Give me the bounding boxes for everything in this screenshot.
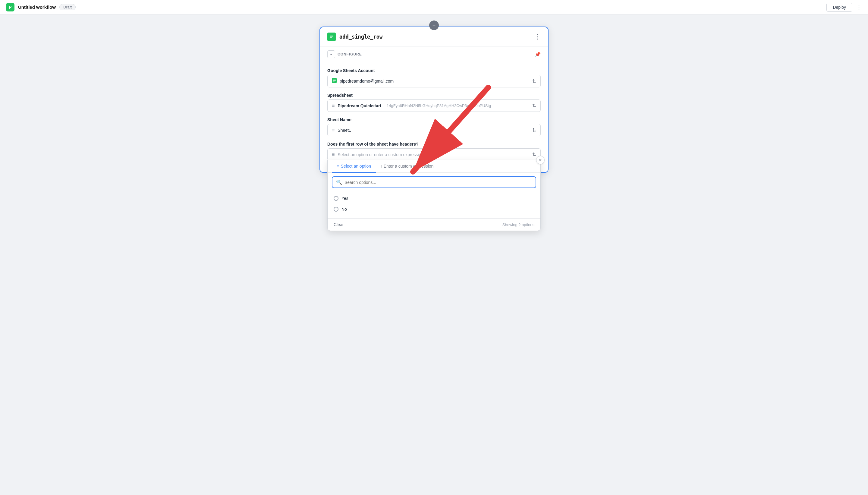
search-box: 🔍 [332, 176, 536, 188]
option-yes-radio [334, 196, 338, 201]
google-sheets-account-value: pipedreamdemo@gmail.com [340, 79, 394, 84]
tab-custom-expression[interactable]: I Enter a custom expression [376, 160, 438, 173]
dropdown-tabs: ≡ Select an option I Enter a custom expr… [328, 160, 540, 173]
logo-icon: P [6, 3, 15, 12]
search-icon: 🔍 [336, 180, 342, 185]
configure-label: CONFIGURE [337, 52, 362, 56]
spreadsheet-label: Spreadsheet [327, 93, 541, 98]
tab-select-label: Select an option [341, 164, 371, 169]
close-dropdown-button[interactable]: ✕ [536, 156, 544, 164]
account-select-arrow: ⇅ [532, 79, 536, 84]
search-wrapper: 🔍 [328, 173, 540, 192]
search-input[interactable] [345, 180, 532, 185]
spreadsheet-select-arrow: ⇅ [532, 103, 536, 108]
headers-select[interactable]: ≡ Select an option or enter a custom exp… [327, 148, 541, 161]
configure-left: CONFIGURE [327, 50, 362, 58]
google-sheets-icon [327, 33, 336, 41]
topbar-more-icon[interactable]: ⋮ [856, 4, 862, 11]
svg-rect-6 [333, 81, 336, 81]
option-yes-label: Yes [342, 196, 348, 201]
svg-rect-5 [333, 80, 336, 80]
spreadsheet-id: 14gFya6RHnf42N5bGHqyhqP81AgHH2CwP3mMJ0bP… [387, 103, 491, 108]
topbar-left: P Untitled workflow Draft [6, 3, 76, 12]
deploy-button[interactable]: Deploy [827, 3, 852, 12]
svg-rect-3 [330, 37, 332, 38]
spreadsheet-field: Spreadsheet ≡ Pipedream Quickstart 14gFy… [327, 93, 541, 112]
sheet-name-select[interactable]: ≡ Sheet1 ⇅ [327, 124, 541, 136]
tab-expression-label: Enter a custom expression [384, 164, 434, 169]
sheet-name-value: Sheet1 [337, 128, 351, 133]
headers-placeholder: Select an option or enter a custom expre… [337, 152, 427, 157]
workflow-title: Untitled workflow [18, 4, 56, 10]
configure-bar: CONFIGURE 📌 [320, 47, 548, 62]
option-no-radio [334, 207, 338, 211]
svg-rect-1 [330, 36, 333, 36]
option-no-label: No [342, 207, 347, 211]
google-sheets-account-label: Google Sheets Account [327, 68, 541, 73]
configure-chevron-button[interactable] [327, 50, 335, 58]
headers-icon: ≡ [332, 152, 334, 157]
headers-label: Does the first row of the sheet have hea… [327, 142, 541, 147]
panel-more-icon[interactable]: ⋮ [534, 33, 541, 40]
sheet-name-icon: ≡ [332, 127, 334, 133]
pin-icon[interactable]: 📌 [535, 52, 541, 57]
topbar: P Untitled workflow Draft Deploy ⋮ [0, 0, 868, 15]
tab-select-icon: ≡ [337, 164, 339, 169]
dropdown-footer: Clear Showing 2 options [328, 218, 540, 231]
draft-badge: Draft [59, 4, 76, 10]
sheet-name-label: Sheet Name [327, 117, 541, 122]
headers-select-arrow: ⇅ [532, 152, 536, 157]
panel-body: Google Sheets Account pipedreamdemo@gmai… [320, 62, 548, 172]
account-icon [332, 78, 337, 84]
sheet-name-field: Sheet Name ≡ Sheet1 ⇅ [327, 117, 541, 136]
option-yes[interactable]: Yes [332, 193, 536, 204]
spreadsheet-select[interactable]: ≡ Pipedream Quickstart 14gFya6RHnf42N5bG… [327, 100, 541, 112]
options-list: Yes No [328, 192, 540, 217]
option-no[interactable]: No [332, 204, 536, 215]
options-dropdown: ✕ ≡ Select an option I Enter a custom ex… [327, 160, 541, 231]
google-sheets-account-select[interactable]: pipedreamdemo@gmail.com ⇅ [327, 75, 541, 87]
panel-header-left: add_single_row [327, 33, 382, 41]
headers-field: Does the first row of the sheet have hea… [327, 142, 541, 161]
topbar-right: Deploy ⋮ [827, 3, 862, 12]
tab-expression-icon: I [381, 164, 382, 169]
tab-select-option[interactable]: ≡ Select an option [332, 160, 376, 173]
canvas: + add_single_row ⋮ [0, 0, 868, 495]
spreadsheet-icon: ≡ [332, 103, 334, 108]
add-node-button[interactable]: + [429, 20, 439, 30]
clear-button[interactable]: Clear [334, 222, 344, 227]
spreadsheet-name: Pipedream Quickstart [337, 103, 381, 108]
node-panel: add_single_row ⋮ CONFIGURE 📌 Google Shee… [319, 27, 549, 173]
google-sheets-account-field: Google Sheets Account pipedreamdemo@gmai… [327, 68, 541, 87]
sheet-name-select-arrow: ⇅ [532, 127, 536, 133]
svg-rect-2 [330, 36, 333, 37]
panel-title: add_single_row [340, 34, 382, 40]
showing-count: Showing 2 options [502, 222, 534, 227]
